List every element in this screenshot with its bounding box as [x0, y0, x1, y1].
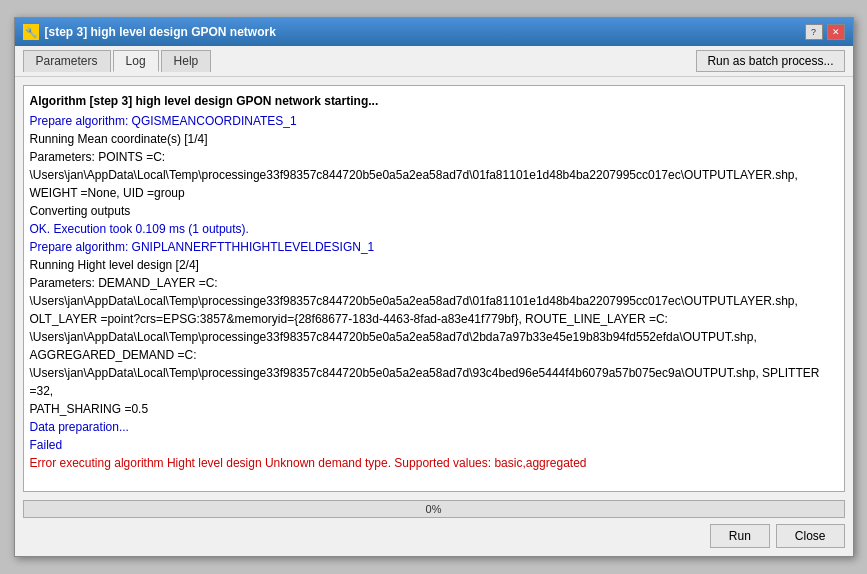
log-line: \Users\jan\AppData\Local\Temp\processing…: [30, 328, 838, 364]
log-line: OK. Execution took 0.109 ms (1 outputs).: [30, 220, 838, 238]
tab-log[interactable]: Log: [113, 50, 159, 72]
log-area: Algorithm [step 3] high level design GPO…: [23, 85, 845, 492]
window-title: [step 3] high level design GPON network: [45, 25, 276, 39]
log-line: Parameters: POINTS =C:: [30, 148, 838, 166]
log-line: Failed: [30, 436, 838, 454]
log-line: Error executing algorithm Hight level de…: [30, 454, 838, 472]
log-line: PATH_SHARING =0.5: [30, 400, 838, 418]
content-area: Algorithm [step 3] high level design GPO…: [15, 77, 853, 556]
log-line: \Users\jan\AppData\Local\Temp\processing…: [30, 292, 838, 328]
log-line: Running Mean coordinate(s) [1/4]: [30, 130, 838, 148]
window-icon: 🔧: [23, 24, 39, 40]
log-line: Data preparation...: [30, 418, 838, 436]
run-button[interactable]: Run: [710, 524, 770, 548]
title-bar-left: 🔧 [step 3] high level design GPON networ…: [23, 24, 276, 40]
bottom-buttons: Run Close: [23, 524, 845, 548]
log-line: Converting outputs: [30, 202, 838, 220]
toolbar: Parameters Log Help Run as batch process…: [15, 46, 853, 77]
log-line: Prepare algorithm: GNIPLANNERFTTHHIGHTLE…: [30, 238, 838, 256]
tab-bar: Parameters Log Help: [23, 50, 212, 72]
log-header: Algorithm [step 3] high level design GPO…: [30, 92, 838, 110]
tab-help[interactable]: Help: [161, 50, 212, 72]
title-bar: 🔧 [step 3] high level design GPON networ…: [15, 18, 853, 46]
title-buttons: ? ✕: [805, 24, 845, 40]
tab-parameters[interactable]: Parameters: [23, 50, 111, 72]
progress-label: 0%: [24, 501, 844, 517]
progress-area: 0%: [23, 500, 845, 518]
log-line: \Users\jan\AppData\Local\Temp\processing…: [30, 364, 838, 400]
log-line: Prepare algorithm: QGISMEANCOORDINATES_1: [30, 112, 838, 130]
help-title-button[interactable]: ?: [805, 24, 823, 40]
log-line: Parameters: DEMAND_LAYER =C:: [30, 274, 838, 292]
run-batch-button[interactable]: Run as batch process...: [696, 50, 844, 72]
main-window: 🔧 [step 3] high level design GPON networ…: [14, 17, 854, 557]
close-button[interactable]: Close: [776, 524, 845, 548]
progress-bar-container: 0%: [23, 500, 845, 518]
close-title-button[interactable]: ✕: [827, 24, 845, 40]
log-line: \Users\jan\AppData\Local\Temp\processing…: [30, 166, 838, 202]
log-lines: Prepare algorithm: QGISMEANCOORDINATES_1…: [30, 112, 838, 472]
log-line: Running Hight level design [2/4]: [30, 256, 838, 274]
